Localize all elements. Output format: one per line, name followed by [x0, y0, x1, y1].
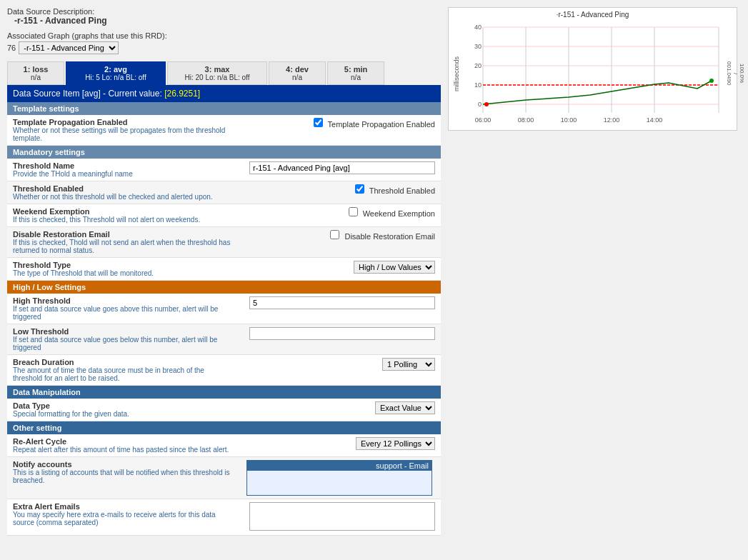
high-low-settings-header: High / Low Settings — [7, 281, 441, 294]
high-threshold-label: High Threshold — [13, 296, 235, 305]
svg-point-23 — [709, 79, 714, 83]
other-settings-table: Re-Alert Cycle Repeat alert after this a… — [7, 434, 441, 536]
svg-text:06:00: 06:00 — [475, 116, 492, 124]
data-manipulation-header: Data Manipulation — [7, 386, 441, 399]
high-threshold-input[interactable] — [249, 296, 435, 309]
threshold-enabled-row: Threshold Enabled Whether or not this th… — [7, 181, 441, 204]
tab-min[interactable]: 5: min n/a — [327, 61, 384, 85]
extra-emails-desc: You may specify here extra e-mails to re… — [13, 511, 235, 526]
high-low-table: High Threshold If set and data source va… — [7, 294, 441, 386]
template-propagation-row: Template Propagation Enabled Whether or … — [7, 115, 441, 146]
svg-text:14:00: 14:00 — [647, 116, 663, 124]
chart-svg: 40 30 20 10 0 06:00 08:00 10:00 12:00 14… — [462, 20, 726, 127]
disable-restoration-checkbox-label: Disable Restoration Email — [344, 232, 435, 241]
threshold-enabled-label: Threshold Enabled — [13, 184, 235, 193]
chart-container: ·r-151 - Advanced Ping milliseconds — [448, 7, 737, 131]
re-alert-cycle-row: Re-Alert Cycle Repeat alert after this a… — [7, 434, 441, 457]
tab-dev[interactable]: 4: dev n/a — [269, 61, 326, 85]
ds-item-header: Data Source Item [avg] - Current value: … — [7, 85, 441, 102]
breach-duration-row: Breach Duration The amount of time the d… — [7, 355, 441, 386]
breach-duration-select[interactable]: 1 Polling 2 Pollings 3 Pollings 5 Pollin… — [382, 358, 435, 371]
weekend-exemption-label: Weekend Exemption — [13, 207, 235, 216]
threshold-name-row: Threshold Name Provide the THold a meani… — [7, 159, 441, 181]
weekend-exemption-checkbox-label: Weekend Exemption — [363, 209, 435, 218]
tabs-row: 1: loss n/a 2: avg Hi: 5 Lo: n/a BL: off… — [7, 61, 441, 85]
associated-graph-label: Associated Graph (graphs that use this R… — [7, 31, 441, 40]
threshold-name-desc: Provide the THold a meaningful name — [13, 170, 235, 178]
disable-restoration-desc: If this is checked, Thold will not send … — [13, 239, 235, 254]
data-type-desc: Special formatting for the given data. — [13, 410, 235, 418]
svg-text:20: 20 — [474, 62, 482, 69]
tab-loss[interactable]: 1: loss n/a — [7, 61, 64, 85]
re-alert-cycle-label: Re-Alert Cycle — [13, 437, 235, 446]
description-label: Data Source Description: — [7, 7, 441, 16]
svg-text:0: 0 — [478, 101, 482, 108]
chart-title: ·r-151 - Advanced Ping — [452, 11, 734, 19]
disable-restoration-label: Disable Restoration Email — [13, 230, 235, 239]
chart-panel: ·r-151 - Advanced Ping milliseconds — [448, 7, 741, 536]
extra-emails-row: Extra Alert Emails You may specify here … — [7, 499, 441, 536]
svg-text:40: 40 — [474, 24, 482, 31]
chart-right-label: 100.0%/001.0490 — [726, 20, 745, 127]
mandatory-settings-header: Mandatory settings — [7, 146, 441, 159]
template-settings-header: Template settings — [7, 102, 441, 115]
associated-graph-section: Associated Graph (graphs that use this R… — [7, 31, 441, 54]
template-propagation-checkbox-label: Template Propagation Enabled — [328, 120, 435, 129]
disable-restoration-checkbox[interactable] — [330, 230, 339, 239]
template-propagation-checkbox[interactable] — [314, 118, 323, 127]
low-threshold-desc: If set and data source value goes below … — [13, 336, 235, 351]
graph-id: 76 — [7, 44, 16, 52]
breach-duration-desc: The amount of time the data source must … — [13, 366, 235, 382]
svg-text:10:00: 10:00 — [561, 116, 577, 124]
high-threshold-row: High Threshold If set and data source va… — [7, 294, 441, 324]
svg-text:08:00: 08:00 — [518, 116, 534, 124]
notify-accounts-label: Notify accounts — [13, 460, 235, 469]
notify-accounts-desc: This is a listing of accounts that will … — [13, 469, 235, 484]
threshold-enabled-checkbox-label: Threshold Enabled — [369, 186, 435, 195]
svg-text:10: 10 — [474, 81, 482, 89]
data-type-label: Data Type — [13, 401, 235, 410]
template-propagation-label: Template Propagation Enabled — [13, 118, 235, 126]
data-type-select[interactable]: Exact Value Percentage Scientific — [375, 401, 435, 414]
threshold-name-label: Threshold Name — [13, 161, 235, 170]
other-setting-header: Other setting — [7, 421, 441, 434]
data-manipulation-table: Data Type Special formatting for the giv… — [7, 399, 441, 421]
notify-accounts-list[interactable]: support - Email — [246, 460, 432, 496]
threshold-enabled-desc: Whether or not this threshold will be ch… — [13, 193, 235, 201]
low-threshold-input[interactable] — [249, 327, 435, 340]
ds-item-ds-name: [avg] — [82, 89, 101, 99]
datasource-description: Data Source Description: -r-151 - Advanc… — [7, 7, 441, 26]
threshold-enabled-checkbox[interactable] — [355, 184, 364, 194]
tab-max[interactable]: 3: max Hi: 20 Lo: n/a BL: off — [167, 61, 267, 85]
datasource-name: -r-151 - Advanced Ping — [14, 16, 441, 26]
template-propagation-desc: Whether or not these settings will be pr… — [13, 126, 235, 142]
disable-restoration-row: Disable Restoration Email If this is che… — [7, 227, 441, 258]
re-alert-cycle-select[interactable]: Every 12 Pollings Every 6 Pollings Every… — [356, 437, 435, 450]
graph-select[interactable]: -r-151 - Advanced Ping — [19, 41, 119, 54]
chart-y-label: milliseconds — [452, 20, 462, 127]
svg-text:30: 30 — [474, 43, 482, 50]
notify-account-item[interactable]: support - Email — [247, 461, 432, 471]
threshold-type-label: Threshold Type — [13, 261, 235, 269]
svg-point-22 — [484, 102, 489, 106]
weekend-exemption-desc: If this is checked, this Threshold will … — [13, 216, 235, 224]
ds-item-current-value: [26.9251] — [164, 89, 200, 99]
extra-emails-label: Extra Alert Emails — [13, 502, 235, 511]
ds-item-label: Data Source Item — [13, 89, 82, 99]
notify-accounts-row: Notify accounts This is a listing of acc… — [7, 457, 441, 499]
extra-emails-textarea[interactable] — [249, 502, 435, 531]
low-threshold-label: Low Threshold — [13, 327, 235, 336]
weekend-exemption-row: Weekend Exemption If this is checked, th… — [7, 204, 441, 227]
tab-avg[interactable]: 2: avg Hi: 5 Lo: n/a BL: off — [66, 61, 166, 85]
breach-duration-label: Breach Duration — [13, 358, 235, 366]
re-alert-cycle-desc: Repeat alert after this amount of time h… — [13, 446, 235, 454]
ds-item-current-label: - Current value: — [103, 89, 164, 99]
mandatory-settings-table: Threshold Name Provide the THold a meani… — [7, 159, 441, 281]
threshold-type-select[interactable]: High / Low Values Baseline Time-Based — [354, 261, 435, 274]
low-threshold-row: Low Threshold If set and data source val… — [7, 324, 441, 355]
high-threshold-desc: If set and data source value goes above … — [13, 305, 235, 321]
weekend-exemption-checkbox[interactable] — [349, 207, 358, 216]
threshold-name-input[interactable] — [249, 161, 435, 174]
data-type-row: Data Type Special formatting for the giv… — [7, 399, 441, 421]
threshold-type-row: Threshold Type The type of Threshold tha… — [7, 258, 441, 281]
